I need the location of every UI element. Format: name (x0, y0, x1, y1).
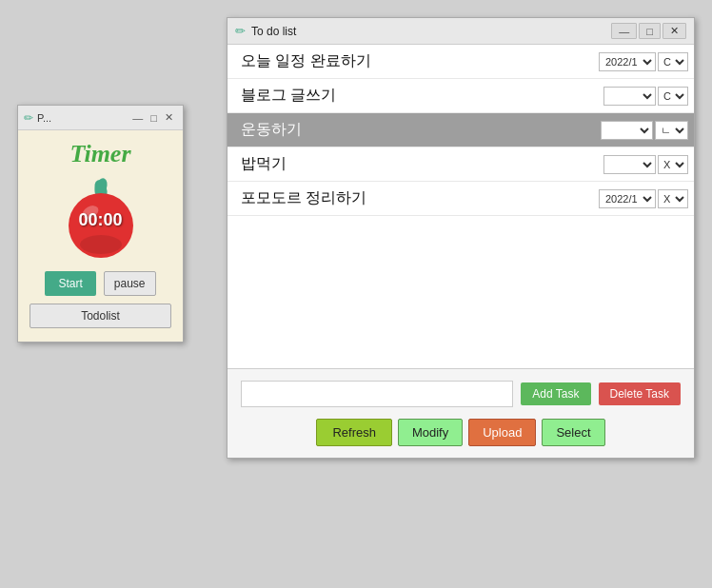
table-row[interactable]: 포모도르 정리하기 2022/1 X (227, 182, 694, 216)
action-buttons-row: Refresh Modify Upload Select (241, 419, 681, 446)
todo-bottom-area: Add Task Delete Task Refresh Modify Uplo… (227, 369, 694, 458)
tomato-container: 00:00 (58, 176, 144, 262)
task-status-select[interactable]: C (658, 52, 688, 71)
timer-minimize-button[interactable]: — (129, 112, 147, 124)
table-row[interactable]: 운동하기 ㄴ (227, 113, 694, 147)
add-task-row: Add Task Delete Task (241, 381, 681, 407)
task-text: 블로그 글쓰기 (227, 80, 603, 111)
timer-maximize-button[interactable]: □ (147, 112, 161, 124)
task-controls: ㄴ (601, 121, 694, 140)
todo-titlebar-buttons: — □ ✕ (611, 23, 686, 39)
modify-button[interactable]: Modify (398, 419, 463, 446)
task-text: 밥먹기 (227, 148, 603, 180)
todo-window-title: To do list (251, 25, 611, 38)
timer-app-icon: ✏ (24, 111, 33, 125)
task-controls: 2022/1 C (599, 52, 694, 71)
pause-button[interactable]: pause (104, 271, 156, 296)
timer-titlebar: ✏ P... — □ ✕ (18, 106, 183, 130)
todo-list-area: 오늘 일정 완료하기 2022/1 C 블로그 글쓰기 C (227, 45, 694, 369)
table-row[interactable]: 블로그 글쓰기 C (227, 79, 694, 113)
table-row[interactable]: 밥먹기 X (227, 147, 694, 182)
task-date-select[interactable] (603, 87, 656, 106)
task-controls: 2022/1 X (599, 189, 694, 208)
delete-task-button[interactable]: Delete Task (599, 382, 681, 405)
task-status-select[interactable]: ㄴ (655, 121, 688, 140)
timer-window: ✏ P... — □ ✕ Timer 00:00 Start pause (17, 105, 184, 343)
task-controls: C (603, 87, 694, 106)
task-status-select[interactable]: X (658, 189, 688, 208)
task-text: 포모도르 정리하기 (227, 183, 599, 214)
task-text: 운동하기 (227, 114, 601, 146)
task-date-select[interactable] (601, 121, 653, 140)
task-date-select[interactable] (603, 155, 656, 174)
timer-window-title: P... (37, 112, 129, 124)
add-task-button[interactable]: Add Task (521, 382, 590, 405)
timer-buttons: Start pause (45, 271, 155, 296)
todo-maximize-button[interactable]: □ (639, 23, 661, 39)
refresh-button[interactable]: Refresh (316, 419, 392, 446)
start-button[interactable]: Start (45, 271, 95, 296)
task-date-select[interactable]: 2022/1 (599, 189, 656, 208)
upload-button[interactable]: Upload (468, 419, 536, 446)
empty-list-area (227, 216, 694, 368)
task-date-select[interactable]: 2022/1 (599, 52, 656, 71)
select-button[interactable]: Select (542, 419, 604, 446)
task-input[interactable] (241, 381, 513, 407)
todo-window: ✏ To do list — □ ✕ 오늘 일정 완료하기 2022/1 C 블… (227, 17, 695, 459)
todo-close-button[interactable]: ✕ (663, 23, 686, 39)
svg-point-5 (80, 235, 122, 254)
task-status-select[interactable]: C (658, 87, 688, 106)
todolist-button[interactable]: Todolist (30, 304, 171, 328)
todo-titlebar: ✏ To do list — □ ✕ (227, 18, 694, 45)
todo-minimize-button[interactable]: — (611, 23, 637, 39)
todo-app-icon: ✏ (235, 24, 246, 38)
timer-close-button[interactable]: ✕ (161, 111, 177, 124)
timer-label: Timer (69, 140, 130, 168)
task-status-select[interactable]: X (658, 155, 688, 174)
table-row[interactable]: 오늘 일정 완료하기 2022/1 C (227, 45, 694, 79)
timer-body: Timer 00:00 Start pause Todolist (18, 130, 183, 342)
task-controls: X (603, 155, 694, 174)
task-text: 오늘 일정 완료하기 (227, 46, 599, 77)
timer-display: 00:00 (78, 210, 122, 230)
